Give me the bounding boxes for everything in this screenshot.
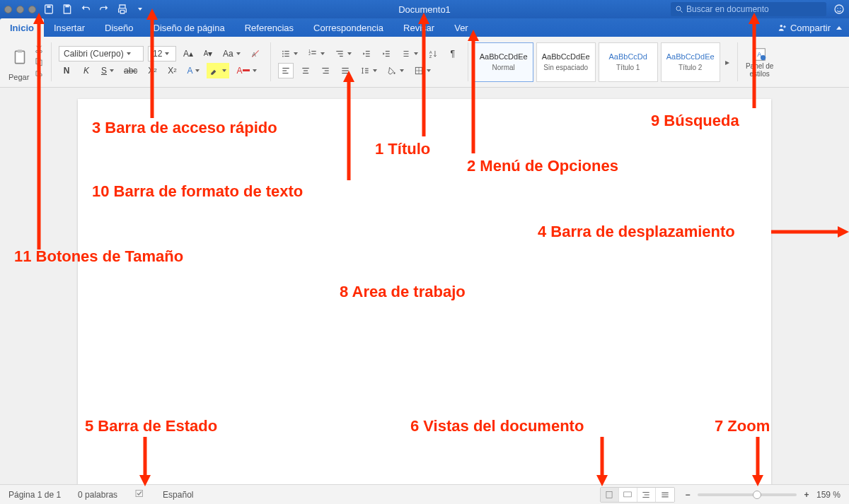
svg-line-4 <box>681 11 683 13</box>
cut-icon[interactable] <box>34 45 44 54</box>
svg-point-8 <box>780 25 782 28</box>
show-marks-button[interactable]: ¶ <box>445 46 461 61</box>
quick-access-more-icon[interactable] <box>138 8 142 11</box>
style-normal[interactable]: AaBbCcDdEe Normal <box>474 42 533 82</box>
zoom-in-button[interactable]: + <box>801 490 812 500</box>
save-icon[interactable] <box>62 4 73 15</box>
zoom-window-button[interactable] <box>28 6 36 13</box>
tab-ver[interactable]: Ver <box>444 18 478 37</box>
strikethrough-button[interactable]: abc <box>121 63 140 78</box>
styles-pane-button[interactable]: A Panel de estilos <box>741 40 779 84</box>
tab-diseno[interactable]: Diseño <box>95 18 143 37</box>
svg-point-20 <box>282 55 284 57</box>
minimize-window-button[interactable] <box>16 6 24 13</box>
shrink-font-button[interactable]: A▾ <box>200 46 216 61</box>
svg-text:A: A <box>252 51 256 57</box>
style-sin-espaciado[interactable]: AaBbCcDdEe Sin espaciado <box>536 42 596 82</box>
tab-correspondencia[interactable]: Correspondencia <box>304 18 393 37</box>
view-buttons <box>600 487 675 503</box>
smiley-feedback-icon[interactable] <box>833 4 845 15</box>
svg-rect-61 <box>624 491 632 496</box>
zoom-value[interactable]: 159 % <box>816 490 841 500</box>
style-titulo-2[interactable]: AaBbCcDdEe Título 2 <box>661 42 720 82</box>
shading-button[interactable] <box>384 63 407 78</box>
svg-rect-59 <box>136 490 142 496</box>
share-button[interactable]: Compartir <box>778 23 831 33</box>
align-left-button[interactable] <box>278 63 294 78</box>
svg-point-7 <box>840 8 841 8</box>
search-box[interactable] <box>671 2 826 16</box>
change-case-button[interactable]: Aa <box>220 46 243 61</box>
svg-point-6 <box>837 8 838 8</box>
borders-button[interactable] <box>411 63 434 78</box>
increase-indent-button[interactable] <box>379 46 394 61</box>
clipboard-group: Pegar <box>4 40 48 84</box>
bold-button[interactable]: N <box>59 63 74 78</box>
document-canvas <box>0 88 849 484</box>
font-family-value: Calibri (Cuerpo) <box>64 49 124 59</box>
tab-referencias[interactable]: Referencias <box>235 18 304 37</box>
view-web-layout[interactable] <box>619 488 637 502</box>
font-family-select[interactable]: Calibri (Cuerpo) <box>59 46 144 61</box>
svg-point-18 <box>282 53 284 54</box>
view-print-layout[interactable] <box>601 488 619 502</box>
decrease-indent-button[interactable] <box>359 46 374 61</box>
autosave-icon[interactable] <box>43 4 54 15</box>
language-indicator[interactable]: Español <box>163 490 193 500</box>
share-person-icon <box>778 23 787 33</box>
svg-text:2: 2 <box>308 52 311 55</box>
sort-button[interactable]: AZ <box>425 46 441 61</box>
redo-icon[interactable] <box>98 4 110 15</box>
bullets-button[interactable] <box>278 46 301 61</box>
copy-icon[interactable] <box>34 57 44 67</box>
text-effects-button[interactable]: A <box>184 63 202 78</box>
status-bar: Página 1 de 1 0 palabras Español − + 159… <box>0 484 849 504</box>
font-size-select[interactable]: 12 <box>148 46 176 61</box>
tab-inicio[interactable]: Inicio <box>0 18 44 37</box>
align-center-button[interactable] <box>298 63 313 78</box>
tab-revisar[interactable]: Revisar <box>393 18 444 37</box>
styles-more-button[interactable]: ▸ <box>723 57 732 67</box>
subscript-button[interactable]: X2 <box>144 63 160 78</box>
line-spacing-button[interactable] <box>357 63 380 78</box>
font-group: Calibri (Cuerpo) 12 A▴ A▾ Aa A N K S abc… <box>54 40 267 84</box>
search-input[interactable] <box>686 4 822 14</box>
svg-rect-9 <box>16 51 25 63</box>
zoom-slider[interactable] <box>698 493 797 496</box>
format-painter-icon[interactable] <box>34 70 44 80</box>
superscript-button[interactable]: X2 <box>164 63 180 78</box>
svg-rect-1 <box>47 6 50 8</box>
justify-button[interactable] <box>337 63 353 78</box>
undo-icon[interactable] <box>80 4 91 15</box>
zoom-out-button[interactable]: − <box>682 490 693 500</box>
style-titulo-1[interactable]: AaBbCcDd Título 1 <box>599 42 658 82</box>
window-controls <box>4 6 36 13</box>
page-indicator[interactable]: Página 1 de 1 <box>8 490 61 500</box>
close-window-button[interactable] <box>4 6 12 13</box>
underline-button[interactable]: S <box>98 63 117 78</box>
view-draft[interactable] <box>656 488 674 502</box>
clear-formatting-button[interactable]: A <box>248 46 263 61</box>
styles-group: AaBbCcDdEe Normal AaBbCcDdEe Sin espacia… <box>471 40 734 84</box>
highlight-button[interactable] <box>207 63 229 78</box>
spellcheck-icon[interactable] <box>134 488 146 501</box>
tab-insertar[interactable]: Insertar <box>44 18 95 37</box>
numbering-button[interactable]: 12 <box>305 46 328 61</box>
align-right-button[interactable] <box>318 63 333 78</box>
word-count[interactable]: 0 palabras <box>78 490 117 500</box>
menu-tabs: Inicio Insertar Diseño Diseño de página … <box>0 18 849 37</box>
title-bar: Documento1 <box>0 0 849 18</box>
multilevel-list-button[interactable] <box>332 46 354 61</box>
text-direction-button[interactable] <box>398 46 421 61</box>
grow-font-button[interactable]: A▴ <box>180 46 196 61</box>
print-icon[interactable] <box>117 4 128 15</box>
page[interactable] <box>78 99 771 484</box>
collapse-ribbon-icon[interactable] <box>836 26 842 30</box>
tab-diseno-pagina[interactable]: Diseño de página <box>144 18 235 37</box>
font-color-button[interactable]: A <box>233 63 260 78</box>
paste-button[interactable] <box>8 43 31 71</box>
paste-label: Pegar <box>8 73 31 81</box>
italic-button[interactable]: K <box>79 63 94 78</box>
view-outline[interactable] <box>637 488 656 502</box>
search-icon <box>675 5 683 13</box>
